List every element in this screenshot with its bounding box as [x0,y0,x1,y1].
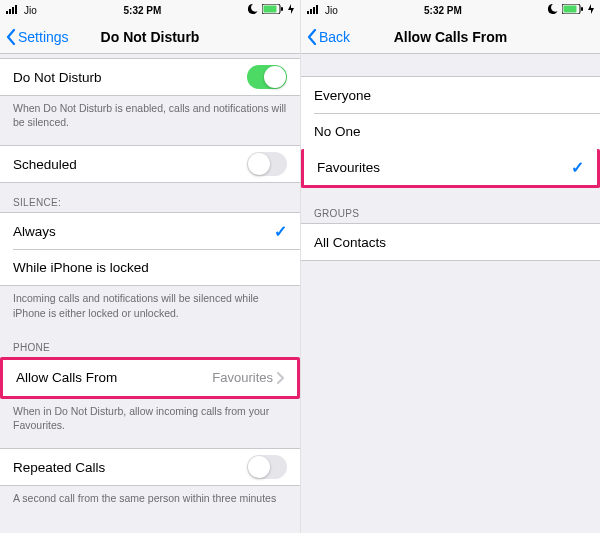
back-label: Settings [18,29,69,45]
option-noone-label: No One [314,124,361,139]
group-all-contacts[interactable]: All Contacts [301,224,600,260]
carrier-label: Jio [24,5,37,16]
silence-footer: Incoming calls and notifications will be… [0,286,300,327]
option-everyone[interactable]: Everyone [301,77,600,113]
dnd-switch[interactable] [247,65,287,89]
svg-rect-13 [581,7,583,11]
check-icon: ✓ [274,222,287,241]
allow-calls-highlight: Allow Calls From Favourites [0,357,300,399]
nav-bar: Back Allow Calls From [301,20,600,54]
allow-calls-row[interactable]: Allow Calls From Favourites [3,360,297,396]
svg-rect-3 [15,5,17,14]
carrier-label: Jio [325,5,338,16]
signal-icon [307,4,321,16]
option-everyone-label: Everyone [314,88,371,103]
phone-left: Jio 5:32 PM Settings Do Not Disturb Do N… [0,0,300,533]
nav-bar: Settings Do Not Disturb [0,20,300,54]
repeated-footer: A second call from the same person withi… [0,486,300,513]
scheduled-label: Scheduled [13,157,77,172]
battery-icon [262,4,284,16]
option-noone[interactable]: No One [301,113,600,149]
allow-calls-value: Favourites [212,370,273,385]
moon-icon [548,4,558,16]
silence-locked-label: While iPhone is locked [13,260,149,275]
option-favourites[interactable]: Favourites ✓ [304,149,597,185]
repeated-label: Repeated Calls [13,460,105,475]
groups-header: GROUPS [301,188,600,223]
repeated-switch[interactable] [247,455,287,479]
charging-icon [288,4,294,16]
battery-icon [562,4,584,16]
status-bar: Jio 5:32 PM [0,0,300,20]
status-time: 5:32 PM [124,5,162,16]
svg-rect-12 [564,6,577,13]
back-button[interactable]: Settings [6,29,69,45]
svg-rect-6 [281,7,283,11]
phone-right: Jio 5:32 PM Back Allow Calls From Everyo… [300,0,600,533]
silence-always-row[interactable]: Always ✓ [0,213,300,249]
content-right: Everyone No One Favourites ✓ GROUPS All … [301,54,600,533]
svg-rect-9 [313,7,315,14]
back-label: Back [319,29,350,45]
silence-header: SILENCE: [0,183,300,212]
scheduled-switch[interactable] [247,152,287,176]
repeated-row[interactable]: Repeated Calls [0,449,300,485]
svg-rect-5 [264,6,277,13]
status-time: 5:32 PM [424,5,462,16]
dnd-label: Do Not Disturb [13,70,102,85]
check-icon: ✓ [571,158,584,177]
svg-rect-0 [6,11,8,14]
content-left: Do Not Disturb When Do Not Disturb is en… [0,54,300,533]
scheduled-row[interactable]: Scheduled [0,146,300,182]
phone-header: PHONE [0,328,300,357]
silence-always-label: Always [13,224,56,239]
chevron-left-icon [6,29,16,45]
svg-rect-7 [307,11,309,14]
allow-calls-label: Allow Calls From [16,370,117,385]
svg-rect-8 [310,9,312,14]
option-favourites-label: Favourites [317,160,380,175]
status-bar: Jio 5:32 PM [301,0,600,20]
back-button[interactable]: Back [307,29,350,45]
dnd-footer: When Do Not Disturb is enabled, calls an… [0,96,300,137]
allow-calls-footer: When in Do Not Disturb, allow incoming c… [0,399,300,440]
chevron-right-icon [277,372,284,384]
silence-locked-row[interactable]: While iPhone is locked [0,249,300,285]
dnd-row[interactable]: Do Not Disturb [0,59,300,95]
svg-rect-10 [316,5,318,14]
favourites-highlight: Favourites ✓ [301,149,600,188]
chevron-left-icon [307,29,317,45]
group-all-contacts-label: All Contacts [314,235,386,250]
charging-icon [588,4,594,16]
svg-rect-1 [9,9,11,14]
svg-rect-2 [12,7,14,14]
signal-icon [6,4,20,16]
moon-icon [248,4,258,16]
